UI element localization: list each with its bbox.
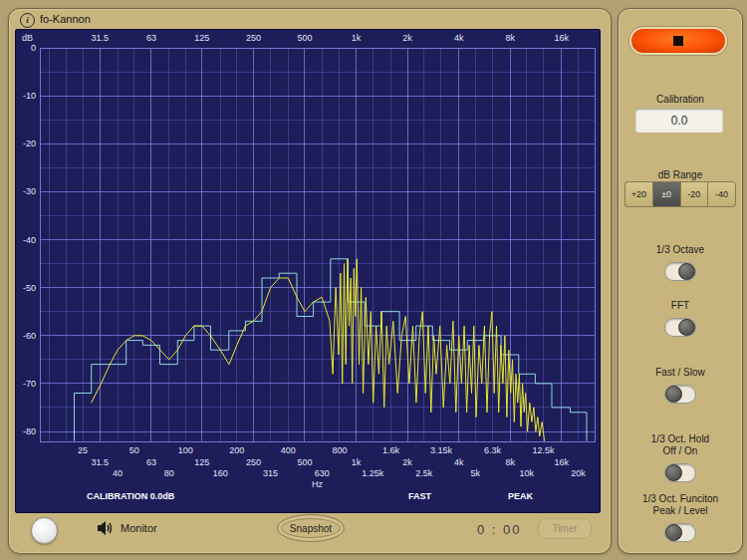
bottom-freq-label: 8k	[505, 457, 515, 467]
bottom-freq-label: 40	[113, 468, 123, 478]
round-button[interactable]	[31, 517, 58, 544]
bottom-freq-label: 200	[229, 445, 244, 455]
db-range-option-2[interactable]: -20	[680, 181, 708, 207]
spectrum-chart: dB0-10-20-30-40-50-60-70-8031.5631252505…	[16, 30, 600, 512]
bottom-freq-label: 80	[164, 468, 174, 478]
top-freq-label: 2k	[402, 33, 412, 43]
toggle-group-0: 1/3 Octave	[619, 244, 742, 281]
toggle-switch-1[interactable]	[664, 318, 696, 337]
bottom-freq-label: 630	[315, 468, 330, 478]
info-icon[interactable]: i	[20, 13, 35, 28]
calibration-label: Calibration	[619, 94, 742, 105]
spectrum-display: dB0-10-20-30-40-50-60-70-8031.5631252505…	[15, 29, 601, 513]
record-stop-button[interactable]	[629, 27, 727, 55]
toggle-label: 1/3 Octave	[656, 244, 704, 256]
top-freq-label: 8k	[505, 33, 515, 43]
toggle-group-3: 1/3 Oct. HoldOff / On	[619, 433, 742, 482]
toggle-label: 1/3 Oct. Hold	[651, 433, 709, 445]
toggle-group-4: 1/3 Oct. FuncitonPeak / Level	[619, 493, 742, 542]
toggle-knob	[678, 319, 695, 336]
top-freq-label: 250	[246, 33, 261, 43]
speaker-icon	[97, 520, 115, 536]
bottom-freq-label: 63	[146, 457, 156, 467]
db-range-segmented-control: +20±0-20-40	[624, 181, 736, 207]
db-tick-label: -10	[23, 91, 36, 101]
db-axis-title: dB	[22, 33, 33, 43]
timer-button[interactable]: Timer	[538, 518, 592, 539]
toggle-knob	[665, 386, 682, 403]
control-panel: Calibration 0.0 dB Range +20±0-20-40 1/3…	[618, 8, 743, 554]
top-freq-label: 4k	[454, 33, 464, 43]
calibration-status: CALIBRATION 0.0dB	[87, 491, 175, 501]
bottom-freq-label: 4k	[454, 457, 464, 467]
bottom-freq-label: 125	[194, 457, 209, 467]
top-freq-label: 125	[194, 33, 209, 43]
bottom-freq-label: 800	[332, 445, 347, 455]
bottom-freq-label: 2k	[402, 457, 412, 467]
toggle-label: Peak / Level	[652, 505, 707, 517]
mode-status: PEAK	[508, 491, 534, 501]
plot-status-text: CALIBRATION 0.0dBFASTPEAK	[87, 491, 534, 501]
main-window: i fo-Kannon dB0-10-20-30-40-50-60-70-803…	[8, 8, 612, 554]
toggle-group-2: Fast / Slow	[619, 367, 742, 404]
top-freq-label: 63	[146, 33, 156, 43]
bottom-freq-label: 1k	[352, 457, 362, 467]
fft-series	[92, 259, 545, 441]
bottom-freq-label: 16k	[555, 457, 570, 467]
bottom-freq-label: 160	[213, 468, 228, 478]
bottom-freq-label: 25	[78, 445, 88, 455]
bottom-freq-label: 1.25k	[362, 468, 384, 478]
bottom-freq-label: 6.3k	[484, 445, 502, 455]
top-freq-label: 1k	[352, 33, 362, 43]
toggle-knob	[665, 464, 682, 481]
db-tick-label: -50	[23, 283, 36, 293]
monitor-control[interactable]: Monitor	[97, 520, 157, 536]
bottom-freq-label: 100	[178, 445, 193, 455]
bottom-freq-label: 3.15k	[430, 445, 453, 455]
db-tick-label: -60	[23, 331, 36, 341]
toggle-label: 1/3 Oct. Funciton	[642, 493, 718, 505]
speed-status: FAST	[408, 491, 432, 501]
bottom-freq-label: 10k	[520, 468, 535, 478]
bottom-freq-label: 500	[297, 457, 312, 467]
monitor-label: Monitor	[121, 522, 157, 534]
bottom-freq-label: 12.5k	[532, 445, 555, 455]
toggle-label: FFT	[671, 300, 689, 312]
toggle-knob	[665, 524, 682, 541]
db-tick-label: -30	[23, 186, 36, 196]
top-freq-label: 500	[297, 33, 312, 43]
toggle-switch-3[interactable]	[664, 463, 696, 482]
app-title: fo-Kannon	[40, 13, 91, 25]
toggle-group-1: FFT	[619, 300, 742, 337]
calibration-input[interactable]: 0.0	[635, 109, 723, 133]
toggle-label: Fast / Slow	[655, 367, 704, 379]
snapshot-button[interactable]: Snapshot	[277, 514, 345, 542]
bottom-freq-label: 1.6k	[382, 445, 400, 455]
hz-axis-title: Hz	[312, 479, 323, 489]
bottom-freq-label: 400	[281, 445, 296, 455]
db-tick-label: -80	[23, 426, 36, 436]
db-range-option-0[interactable]: +20	[624, 181, 652, 207]
bottom-freq-label: 315	[263, 468, 278, 478]
bottom-freq-label: 31.5	[92, 457, 110, 467]
bottom-freq-label: 5k	[471, 468, 481, 478]
bottom-freq-label: 50	[129, 445, 139, 455]
db-tick-label: 0	[31, 43, 36, 53]
toggle-switch-4[interactable]	[664, 523, 696, 542]
db-tick-label: -40	[23, 235, 36, 245]
toggle-switch-2[interactable]	[664, 385, 696, 404]
toggle-knob	[678, 263, 695, 280]
axis-labels: dB0-10-20-30-40-50-60-70-8031.5631252505…	[22, 33, 586, 489]
db-range-option-3[interactable]: -40	[707, 181, 736, 207]
top-freq-label: 31.5	[92, 33, 110, 43]
toggle-label: Off / On	[663, 445, 698, 457]
bottom-freq-label: 20k	[571, 468, 586, 478]
db-tick-label: -20	[23, 139, 36, 148]
top-freq-label: 16k	[555, 33, 570, 43]
db-tick-label: -70	[23, 379, 36, 389]
db-range-label: dB Range	[619, 169, 742, 180]
bottom-freq-label: 250	[246, 457, 261, 467]
toggle-switch-0[interactable]	[664, 262, 696, 281]
db-range-option-1[interactable]: ±0	[652, 181, 680, 207]
stop-icon	[673, 36, 683, 46]
